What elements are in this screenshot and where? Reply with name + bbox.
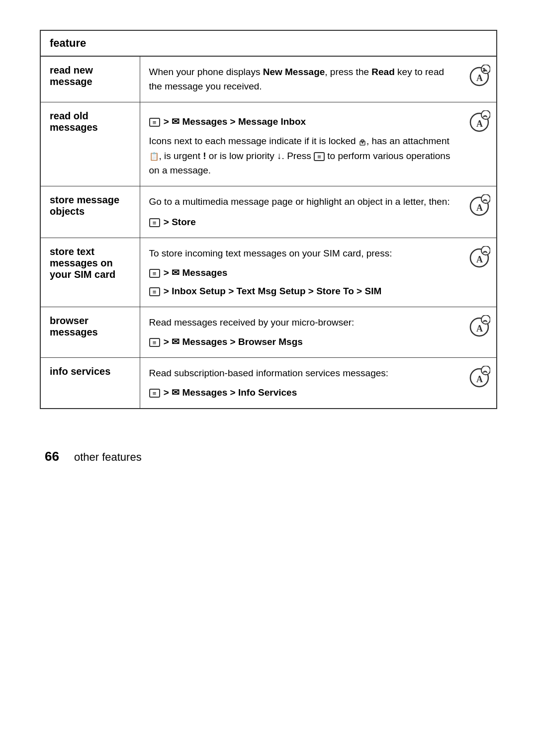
svg-text:A: A	[476, 374, 483, 384]
tts-icon-cell: A	[462, 238, 497, 307]
attachment-icon: 📋	[149, 151, 159, 161]
nav-text-2: Inbox Setup > Text Msg Setup > Store To …	[172, 286, 381, 296]
svg-rect-6	[361, 142, 363, 144]
tts-icon-cell: A	[462, 357, 497, 408]
feature-label: read oldmessages	[40, 102, 140, 186]
description-cell: Read messages received by your micro-bro…	[140, 307, 462, 357]
feature-label: store textmessages onyour SIM card	[40, 238, 140, 307]
nav-line: > Store	[149, 215, 454, 229]
svg-text:A: A	[476, 324, 483, 334]
feature-label: browsermessages	[40, 307, 140, 357]
nav-line: > ✉ Messages > Info Services	[149, 385, 454, 400]
svg-text:A: A	[476, 254, 483, 264]
nav-line-2: > Inbox Setup > Text Msg Setup > Store T…	[149, 284, 454, 298]
nav-text: Store	[172, 217, 196, 227]
desc-text: Read messages received by your micro-bro…	[149, 315, 454, 330]
svg-text:A: A	[476, 119, 483, 129]
description-cell: Read subscription-based information serv…	[140, 357, 462, 408]
nav-text: Messages > Browser Msgs	[182, 336, 302, 347]
tts-icon: A	[468, 110, 490, 136]
desc-text: Read subscription-based information serv…	[149, 366, 454, 380]
feature-label: read newmessage	[40, 56, 140, 102]
description-cell: When your phone displays New Message, pr…	[140, 56, 462, 102]
svg-point-2	[481, 65, 490, 74]
tts-svg: A	[468, 194, 490, 216]
nav-line: > ✉ Messages > Message Inbox	[149, 114, 454, 129]
tts-svg: A	[468, 315, 490, 337]
svg-point-15	[481, 246, 490, 255]
tts-svg: A	[468, 246, 490, 268]
tts-svg: A	[468, 366, 490, 388]
table-row: browsermessages Read messages received b…	[40, 307, 497, 357]
nav-text: Messages	[182, 267, 227, 278]
menu-icon	[149, 269, 160, 278]
lock-icon	[358, 138, 366, 146]
table-header: feature	[40, 30, 497, 56]
menu-icon	[149, 338, 160, 347]
svg-text:A: A	[476, 73, 483, 83]
feature-label: store messageobjects	[40, 186, 140, 238]
tts-icon: A	[468, 315, 490, 340]
table-row: info services Read subscription-based in…	[40, 357, 497, 408]
feature-table: feature read newmessage When your phone …	[40, 30, 497, 409]
page-label: other features	[74, 451, 142, 464]
menu-icon-inline	[314, 152, 325, 161]
page-number: 66	[45, 449, 59, 464]
header-label: feature	[40, 30, 497, 56]
nav-text: Messages > Message Inbox	[182, 116, 306, 127]
menu-icon	[149, 389, 160, 398]
urgent-symbol: !	[203, 151, 206, 161]
description-cell: Go to a multimedia message page or highl…	[140, 186, 462, 238]
description-cell: To store incoming text messages on your …	[140, 238, 462, 307]
menu-icon	[149, 287, 160, 296]
desc-text: Icons next to each message indicate if i…	[149, 134, 454, 177]
bold-text: New Message	[263, 67, 325, 77]
nav-line: > ✉ Messages > Browser Msgs	[149, 335, 454, 349]
tts-icon-cell: A ꬳ	[462, 56, 497, 102]
table-row: read oldmessages > ✉ Messages > Message …	[40, 102, 497, 186]
description-cell: > ✉ Messages > Message Inbox Icons next …	[140, 102, 462, 186]
tts-icon: A ꬳ	[468, 65, 490, 90]
table-row: store messageobjects Go to a multimedia …	[40, 186, 497, 238]
table-row: store textmessages onyour SIM card To st…	[40, 238, 497, 307]
priority-symbol: ↓	[277, 151, 282, 161]
tts-icon: A	[468, 246, 490, 271]
menu-icon	[149, 218, 160, 227]
footer: 66 other features	[40, 449, 497, 464]
svg-text:A: A	[476, 203, 483, 213]
svg-point-18	[481, 315, 490, 324]
svg-point-21	[481, 366, 490, 375]
svg-point-9	[481, 110, 490, 119]
tts-icon: A	[468, 194, 490, 220]
feature-label: info services	[40, 357, 140, 408]
menu-icon	[149, 118, 160, 127]
nav-text: Messages > Info Services	[182, 387, 297, 398]
tts-icon-cell: A	[462, 186, 497, 238]
desc-text: To store incoming text messages on your …	[149, 246, 454, 260]
table-row: read newmessage When your phone displays…	[40, 56, 497, 102]
bold-text: Read	[371, 67, 394, 77]
svg-point-12	[481, 194, 490, 203]
tts-svg: A ꬳ	[468, 65, 490, 86]
tts-icon: A	[468, 366, 490, 391]
desc-text: Go to a multimedia message page or highl…	[149, 194, 454, 209]
tts-icon-cell: A	[462, 102, 497, 186]
nav-line: > ✉ Messages	[149, 265, 454, 280]
tts-svg: A	[468, 110, 490, 132]
tts-icon-cell: A	[462, 307, 497, 357]
